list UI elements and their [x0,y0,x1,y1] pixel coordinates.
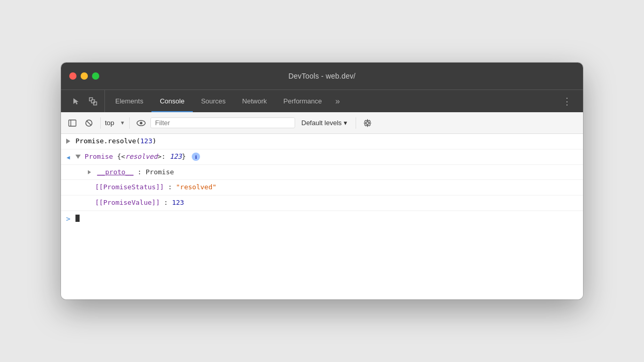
line-1-gutter[interactable] [61,136,75,144]
layers-icon [89,97,97,105]
tab-elements[interactable]: Elements [107,90,151,112]
context-select-input[interactable]: top [105,119,125,127]
promise-status-key: [[PromiseStatus]] [95,183,164,191]
filter-input[interactable] [155,119,290,127]
collapse-icon[interactable] [75,155,81,159]
line-3-gutter[interactable] [73,167,88,169]
svg-line-6 [87,120,91,125]
devtools-window: DevTools - web.dev/ Elements Console [61,63,583,299]
devtools-menu-button[interactable]: ⋮ [559,94,575,109]
gear-icon [363,119,372,127]
tabbar: Elements Console Sources Network Perform… [61,89,583,112]
line-5-gutter [73,198,88,199]
promise-status-value: "resolved" [176,183,217,191]
promise-value-value: 123 [172,199,184,206]
expand-icon [66,139,70,144]
toolbar-divider-3 [356,117,356,129]
log-levels-button[interactable]: Default levels ▾ [297,117,351,129]
cursor-icon [72,97,81,105]
tab-console[interactable]: Console [151,90,193,112]
line-2-gutter[interactable]: ◀ [61,152,75,161]
console-line-4: [[PromiseStatus]] : "resolved" [61,180,583,195]
titlebar: DevTools - web.dev/ [61,63,583,89]
cursor-blink [75,215,80,222]
tab-performance[interactable]: Performance [275,90,330,112]
promise-value-key: [[PromiseValue]] [95,199,160,206]
context-selector[interactable]: top ▼ [105,119,125,127]
line-1-text: Promise.resolve(123) [75,137,157,145]
console-line-3: __proto__ : Promise [61,165,583,180]
svg-rect-1 [91,100,95,103]
proto-key: __proto__ [97,168,133,176]
console-prompt-line: > [61,211,583,227]
filter-input-wrapper [150,117,295,128]
line-1-content: Promise.resolve(123) [75,136,579,147]
prompt-chevron: > [61,215,75,223]
window-title: DevTools - web.dev/ [288,72,356,80]
ban-icon [85,119,93,127]
window-controls [69,72,99,80]
sidebar-icon [68,119,76,127]
line-4-content: [[PromiseStatus]] : "resolved" [88,182,579,193]
promise-label: Promise {<resolved>: 123} i [85,153,201,160]
console-line-1: Promise.resolve(123) [61,134,583,149]
tab-sources[interactable]: Sources [193,90,234,112]
prompt-input-area[interactable] [75,214,579,223]
toolbar-icons [65,90,105,112]
settings-button[interactable] [360,116,375,130]
cursor-icon-button[interactable] [69,94,84,109]
line-5-content: [[PromiseValue]] : 123 [88,198,579,208]
layers-icon-button[interactable] [86,94,100,109]
line-4-gutter [73,182,88,184]
clear-console-button[interactable] [82,116,96,130]
console-line-5: [[PromiseValue]] : 123 [61,195,583,211]
tab-network[interactable]: Network [234,90,275,112]
info-badge[interactable]: i [192,153,200,161]
more-tabs-button[interactable]: » [331,90,344,112]
svg-rect-3 [69,120,76,126]
sidebar-toggle-button[interactable] [65,116,80,130]
close-button[interactable] [69,72,76,80]
console-line-2: ◀ Promise {<resolved>: 123} i [61,149,583,165]
eye-button[interactable] [134,116,148,130]
svg-point-9 [366,122,369,124]
minimize-button[interactable] [81,72,88,80]
console-toolbar: top ▼ Default levels ▾ [61,112,583,134]
levels-dropdown-arrow: ▾ [344,119,347,127]
proto-expand-icon[interactable] [88,170,91,174]
line-3-content: __proto__ : Promise [88,167,579,178]
tabbar-end: ⋮ [555,90,579,112]
eye-icon [136,119,146,127]
svg-point-8 [140,122,143,124]
line-2-content: Promise {<resolved>: 123} i [75,152,579,162]
toolbar-divider-2 [129,117,130,129]
console-output: Promise.resolve(123) ◀ Promise {<resolve… [61,134,583,299]
maximize-button[interactable] [92,72,99,80]
back-arrow: ◀ [67,153,70,161]
toolbar-divider [100,117,101,129]
